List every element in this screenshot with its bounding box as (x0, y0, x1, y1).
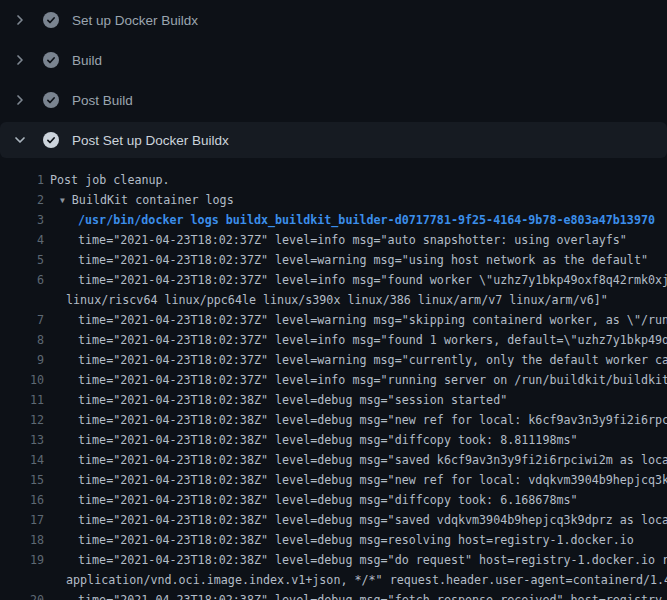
check-circle-icon (43, 132, 59, 148)
line-content: time="2021-04-23T18:02:38Z" level=debug … (78, 550, 667, 570)
line-number[interactable]: 8 (0, 330, 44, 350)
log-row: 16time="2021-04-23T18:02:38Z" level=debu… (0, 490, 667, 510)
line-number[interactable]: 15 (0, 470, 44, 490)
line-number[interactable]: 2 (0, 190, 44, 210)
line-content: ▼BuildKit container logs (60, 190, 234, 210)
line-content: time="2021-04-23T18:02:38Z" level=debug … (78, 530, 634, 550)
group-title: BuildKit container logs (72, 193, 234, 207)
log-row: 4time="2021-04-23T18:02:37Z" level=info … (0, 230, 667, 250)
line-number[interactable] (0, 570, 44, 590)
chevron-down-icon (12, 132, 28, 148)
line-number[interactable]: 11 (0, 390, 44, 410)
check-circle-icon (43, 92, 59, 108)
line-number[interactable] (0, 290, 44, 310)
line-number[interactable]: 18 (0, 530, 44, 550)
step-row-post-set-up-docker-buildx[interactable]: Post Set up Docker Buildx (0, 122, 667, 158)
line-number[interactable]: 13 (0, 430, 44, 450)
log-row: 17time="2021-04-23T18:02:38Z" level=debu… (0, 510, 667, 530)
line-content: time="2021-04-23T18:02:37Z" level=info m… (78, 370, 667, 390)
line-content: time="2021-04-23T18:02:37Z" level=warnin… (78, 250, 648, 270)
line-content: /usr/bin/docker logs buildx_buildkit_bui… (78, 210, 655, 230)
step-row-set-up-docker-buildx[interactable]: Set up Docker Buildx (0, 0, 667, 40)
log-row: 19time="2021-04-23T18:02:38Z" level=debu… (0, 550, 667, 570)
line-content: time="2021-04-23T18:02:37Z" level=warnin… (78, 350, 667, 370)
log-row: 15time="2021-04-23T18:02:38Z" level=debu… (0, 470, 667, 490)
line-content: Post job cleanup. (50, 170, 170, 190)
log-row: 6time="2021-04-23T18:02:37Z" level=info … (0, 270, 667, 290)
line-content: time="2021-04-23T18:02:37Z" level=warnin… (78, 310, 667, 330)
log-row: 10time="2021-04-23T18:02:37Z" level=info… (0, 370, 667, 390)
line-content: time="2021-04-23T18:02:38Z" level=debug … (78, 410, 667, 430)
line-number[interactable]: 7 (0, 310, 44, 330)
chevron-right-icon (12, 52, 28, 68)
log-row: 18time="2021-04-23T18:02:38Z" level=debu… (0, 530, 667, 550)
step-label: Build (72, 53, 102, 68)
line-number[interactable]: 20 (0, 590, 44, 600)
line-number[interactable]: 12 (0, 410, 44, 430)
steps-list: Set up Docker BuildxBuildPost BuildPost … (0, 0, 667, 158)
chevron-right-icon (12, 92, 28, 108)
log-lines: 1Post job cleanup.2▼BuildKit container l… (0, 160, 667, 600)
log-row: linux/riscv64 linux/ppc64le linux/s390x … (0, 290, 667, 310)
line-number[interactable]: 6 (0, 270, 44, 290)
log-row: 3/usr/bin/docker logs buildx_buildkit_bu… (0, 210, 667, 230)
step-row-build[interactable]: Build (0, 40, 667, 80)
log-row: 20time="2021-04-23T18:02:38Z" level=debu… (0, 590, 667, 600)
line-content: time="2021-04-23T18:02:38Z" level=debug … (78, 490, 578, 510)
log-row: 2▼BuildKit container logs (0, 190, 667, 210)
check-circle-icon (43, 52, 59, 68)
log-row: 13time="2021-04-23T18:02:38Z" level=debu… (0, 430, 667, 450)
log-row: 11time="2021-04-23T18:02:38Z" level=debu… (0, 390, 667, 410)
line-content: time="2021-04-23T18:02:38Z" level=debug … (78, 470, 667, 490)
line-content: time="2021-04-23T18:02:38Z" level=debug … (78, 590, 667, 600)
line-content: time="2021-04-23T18:02:38Z" level=debug … (78, 510, 667, 530)
line-content: time="2021-04-23T18:02:37Z" level=info m… (78, 330, 667, 350)
triangle-down-icon[interactable]: ▼ (60, 191, 65, 211)
log-row: 8time="2021-04-23T18:02:37Z" level=info … (0, 330, 667, 350)
line-number[interactable]: 19 (0, 550, 44, 570)
line-number[interactable]: 4 (0, 230, 44, 250)
line-content: linux/riscv64 linux/ppc64le linux/s390x … (66, 290, 608, 310)
log-row: 7time="2021-04-23T18:02:37Z" level=warni… (0, 310, 667, 330)
check-circle-icon (43, 12, 59, 28)
line-number[interactable]: 3 (0, 210, 44, 230)
line-number[interactable]: 17 (0, 510, 44, 530)
chevron-right-icon (12, 12, 28, 28)
line-content: application/vnd.oci.image.index.v1+json,… (66, 570, 667, 590)
line-number[interactable]: 10 (0, 370, 44, 390)
line-content: time="2021-04-23T18:02:37Z" level=info m… (78, 270, 667, 290)
log-row: 5time="2021-04-23T18:02:37Z" level=warni… (0, 250, 667, 270)
log-row: 14time="2021-04-23T18:02:38Z" level=debu… (0, 450, 667, 470)
log-row: 12time="2021-04-23T18:02:38Z" level=debu… (0, 410, 667, 430)
log-row: application/vnd.oci.image.index.v1+json,… (0, 570, 667, 590)
line-content: time="2021-04-23T18:02:38Z" level=debug … (78, 390, 507, 410)
job-log-panel: Set up Docker BuildxBuildPost BuildPost … (0, 0, 667, 600)
line-content: time="2021-04-23T18:02:38Z" level=debug … (78, 450, 667, 470)
line-number[interactable]: 5 (0, 250, 44, 270)
log-row: 1Post job cleanup. (0, 170, 667, 190)
line-number[interactable]: 14 (0, 450, 44, 470)
step-label: Post Build (72, 93, 133, 108)
step-row-post-build[interactable]: Post Build (0, 80, 667, 120)
log-row: 9time="2021-04-23T18:02:37Z" level=warni… (0, 350, 667, 370)
step-label: Post Set up Docker Buildx (72, 133, 229, 148)
line-number[interactable]: 16 (0, 490, 44, 510)
line-number[interactable]: 1 (0, 170, 44, 190)
line-content: time="2021-04-23T18:02:38Z" level=debug … (78, 430, 578, 450)
line-content: time="2021-04-23T18:02:37Z" level=info m… (78, 230, 627, 250)
line-number[interactable]: 9 (0, 350, 44, 370)
step-label: Set up Docker Buildx (72, 13, 198, 28)
